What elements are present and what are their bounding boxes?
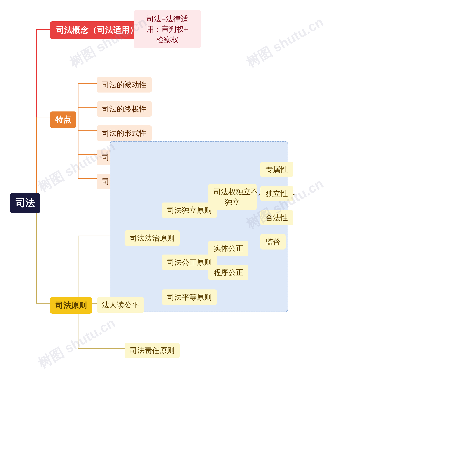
features-node: 特点 xyxy=(50,112,76,128)
legality-node: 合法性 xyxy=(260,210,293,225)
independence-desc-node: 司法权独立不是司法机关独立 xyxy=(208,184,257,210)
exclusive-node: 专属性 xyxy=(260,162,293,177)
mind-map: 树图 shutu.cn 树图 shutu.cn 树图 shutu.cn 树图 s… xyxy=(0,0,476,468)
concept-node: 司法概念（司法适用） xyxy=(50,21,143,39)
independent-node: 独立性 xyxy=(260,186,293,201)
feature-3: 司法的形式性 xyxy=(97,125,152,141)
root-node: 司法 xyxy=(10,193,40,213)
feature-2: 司法的终极性 xyxy=(97,101,152,117)
fairness-node: 法人读公平 xyxy=(97,297,144,313)
equality-node: 司法平等原则 xyxy=(162,290,217,305)
substantive-node: 实体公正 xyxy=(208,241,248,256)
principles-node: 司法原则 xyxy=(50,297,92,314)
rule-of-law-node: 司法法治原则 xyxy=(124,230,180,246)
feature-1: 司法的被动性 xyxy=(97,77,152,92)
watermark-5: 树图 shutu.cn xyxy=(35,314,118,372)
watermark-2: 树图 shutu.cn xyxy=(243,13,327,72)
liability-node: 司法责任原则 xyxy=(124,343,180,358)
procedural-node: 程序公正 xyxy=(208,265,248,280)
supervision-node: 监督 xyxy=(260,234,286,249)
concept-desc-node: 司法=法律适用：审判权+检察权 xyxy=(134,10,201,48)
